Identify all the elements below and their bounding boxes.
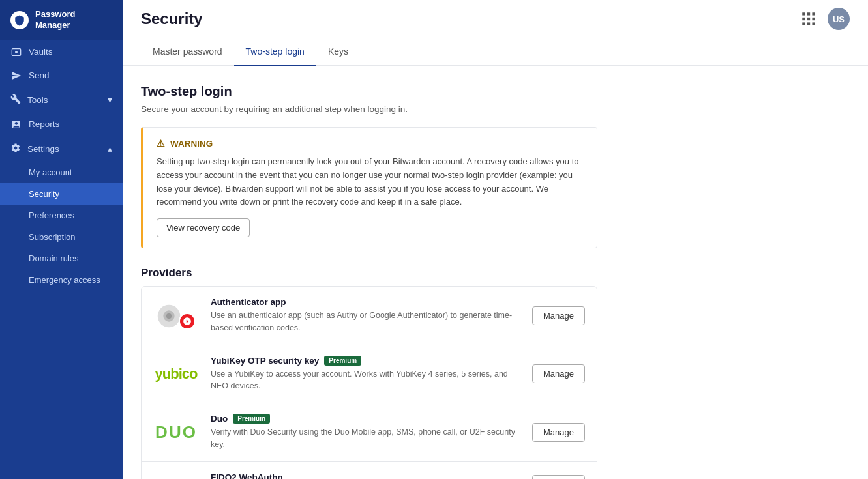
tools-chevron-icon: ▾ [108,94,112,105]
svg-rect-4 [812,12,815,15]
svg-rect-3 [807,12,810,15]
warning-title: ⚠ WARNING [157,138,584,149]
svg-rect-10 [812,22,815,25]
duo-premium-badge: Premium [233,414,270,424]
tabs: Master password Two-step login Keys [123,38,868,66]
sidebar-item-send-label: Send [29,70,50,80]
grid-icon[interactable] [800,10,817,27]
sidebar-header: Password Manager [0,0,123,40]
authenticator-logo [153,301,199,330]
view-recovery-code-button[interactable]: View recovery code [157,218,250,237]
domain-rules-label: Domain rules [29,254,79,263]
topbar-right: US [800,8,850,30]
sidebar-item-reports-label: Reports [29,119,59,129]
duo-name: Duo Premium [211,414,520,424]
sidebar-item-send[interactable]: Send [0,64,123,87]
duo-desc: Verify with Duo Security using the Duo M… [211,426,520,451]
emergency-access-label: Emergency access [29,275,100,285]
webauthn-info: FIDO2 WebAuthn Use any WebAuthn compatib… [211,472,520,479]
svg-rect-2 [802,12,805,15]
sidebar-item-domain-rules[interactable]: Domain rules [0,248,123,269]
tab-master-password[interactable]: Master password [141,38,234,66]
sidebar-settings-header[interactable]: Settings ▴ [0,136,123,162]
providers-title: Providers [141,267,850,280]
settings-icon [10,143,21,155]
yubico-text: yubico [155,366,198,383]
tab-two-step-login[interactable]: Two-step login [234,38,316,66]
svg-point-1 [15,51,18,53]
topbar: Security US [123,0,868,38]
svg-rect-9 [807,22,810,25]
yubikey-logo: yubico [153,366,199,383]
sidebar-item-reports[interactable]: Reports [0,113,123,136]
sidebar-nav: Vaults Send Tools ▾ Reports [0,40,123,291]
warning-box: ⚠ WARNING Setting up two-step login can … [141,127,597,248]
warning-icon: ⚠ [157,138,165,149]
svg-rect-7 [812,18,815,20]
yubikey-name: YubiKey OTP security key Premium [211,356,520,366]
reports-icon [10,119,22,130]
provider-row-yubikey: yubico YubiKey OTP security key Premium … [142,345,597,404]
sidebar-item-subscription[interactable]: Subscription [0,226,123,248]
svg-rect-6 [807,18,810,20]
tab-keys[interactable]: Keys [316,38,360,66]
tools-icon [10,94,21,106]
duo-info: Duo Premium Verify with Duo Security usi… [211,414,520,451]
svg-rect-8 [802,22,805,25]
sidebar-item-vaults-label: Vaults [29,47,53,57]
sidebar: Password Manager Vaults Send Tools ▾ [0,0,123,479]
svg-rect-5 [802,18,805,20]
sidebar-item-vaults[interactable]: Vaults [0,40,123,64]
authy-icon [179,313,196,330]
sidebar-item-my-account[interactable]: My account [0,162,123,183]
section-title: Two-step login [141,84,850,99]
webauthn-name: FIDO2 WebAuthn [211,472,520,479]
send-icon [10,70,22,81]
gear-bg-icon [157,304,181,328]
sidebar-item-security[interactable]: Security [0,183,123,205]
providers-list: Authenticator app Use an authenticator a… [141,286,597,479]
warning-text: Setting up two-step login can permanentl… [157,155,584,209]
user-initials: US [833,14,845,24]
provider-row-duo: DUO Duo Premium Verify with Duo Security… [142,403,597,462]
duo-text: DUO [155,422,197,443]
yubikey-desc: Use a YubiKey to access your account. Wo… [211,368,520,393]
preferences-label: Preferences [29,210,74,220]
settings-left: Settings [10,143,59,155]
duo-logo: DUO [153,422,199,443]
warning-title-text: WARNING [170,139,213,149]
subscription-label: Subscription [29,232,76,242]
sidebar-item-tools[interactable]: Tools ▾ [0,87,123,113]
yubikey-premium-badge: Premium [324,356,361,366]
app-title: Password Manager [35,9,112,31]
yubikey-manage-button[interactable]: Manage [532,364,585,383]
yubikey-info: YubiKey OTP security key Premium Use a Y… [211,356,520,393]
sidebar-item-emergency-access[interactable]: Emergency access [0,269,123,291]
settings-label: Settings [27,144,59,154]
sidebar-item-tools-label: Tools [27,95,48,105]
sidebar-item-preferences[interactable]: Preferences [0,205,123,226]
tools-left: Tools [10,94,48,106]
security-label: Security [29,189,59,199]
authenticator-name: Authenticator app [211,297,520,307]
authenticator-info: Authenticator app Use an authenticator a… [211,297,520,334]
vault-icon [10,47,22,57]
app-logo [10,11,29,29]
authenticator-manage-button[interactable]: Manage [532,306,585,325]
section-desc: Secure your account by requiring an addi… [141,104,850,114]
user-avatar[interactable]: US [828,8,850,30]
duo-manage-button[interactable]: Manage [532,423,585,442]
my-account-label: My account [29,167,72,177]
authenticator-desc: Use an authenticator app (such as Authy … [211,310,520,334]
content-area: Two-step login Secure your account by re… [123,66,868,479]
auth-logo [157,301,196,330]
provider-row-authenticator: Authenticator app Use an authenticator a… [142,287,597,345]
settings-chevron-icon: ▴ [108,143,112,154]
svg-point-13 [166,313,172,319]
main-content: Security US Master password Two-step log… [123,0,868,479]
webauthn-manage-button[interactable]: Manage [532,475,585,479]
page-title: Security [141,10,203,28]
provider-row-webauthn: WebAuthn FIDO2 WebAuthn Use any WebAuthn… [142,462,597,479]
duo-logo-inner: DUO [155,422,197,443]
